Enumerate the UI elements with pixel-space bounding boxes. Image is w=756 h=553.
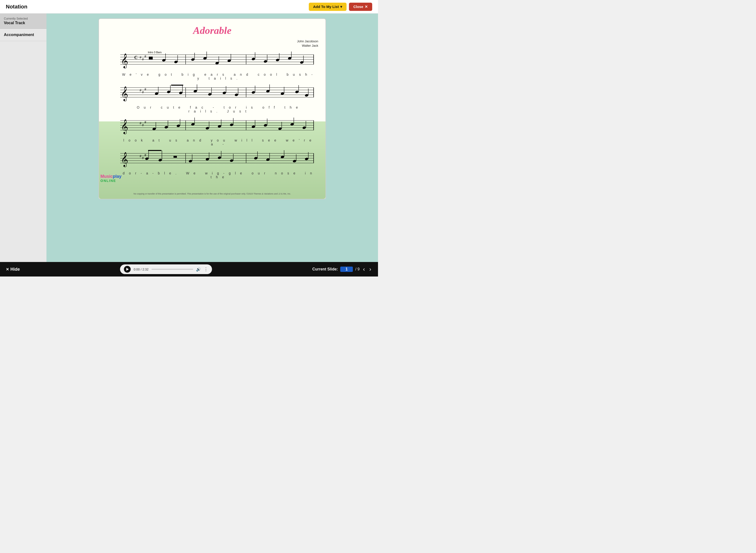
svg-text:#: # [142,90,144,94]
more-options-icon[interactable]: ⋮ [204,266,208,272]
svg-point-100 [251,125,255,129]
svg-text:#: # [140,122,141,125]
svg-point-62 [234,93,238,96]
header-buttons: Add To My List ▾ Close ✕ [309,3,372,11]
svg-text:#: # [140,88,141,92]
svg-point-31 [276,59,280,62]
close-icon: ✕ [365,5,368,9]
svg-point-15 [162,59,166,62]
svg-point-51 [167,90,171,94]
svg-point-120 [145,157,149,160]
svg-text:#: # [140,56,141,59]
svg-point-125 [188,160,193,163]
selected-track: Vocal Track [4,21,43,25]
volume-icon[interactable]: 🔊 [196,267,201,272]
prev-slide-button[interactable]: ‹ [362,266,366,272]
svg-point-90 [176,124,180,128]
svg-point-94 [206,127,209,130]
svg-point-122 [158,159,162,162]
svg-point-64 [251,91,255,94]
app-title: Notation [6,4,27,10]
svg-text:#: # [145,121,146,124]
progress-bar[interactable] [151,269,194,270]
svg-text:#: # [140,154,141,158]
svg-point-102 [263,124,268,127]
time-display: 0:00 / 2:32 [134,267,148,271]
slide-current-input[interactable] [342,267,351,271]
svg-text:#: # [145,88,146,91]
svg-point-92 [191,123,195,126]
svg-text:#: # [145,55,146,58]
svg-rect-124 [173,156,177,158]
play-button[interactable] [124,266,131,272]
svg-point-58 [208,93,212,96]
svg-point-128 [206,158,209,161]
content-area: Adorable John Jacobson Walter Jack 𝄞 [47,13,378,262]
svg-point-27 [251,58,255,61]
svg-point-54 [179,91,183,95]
musicplay-logo: Musicplay ONLINE [100,174,312,183]
svg-point-96 [218,125,221,128]
slide-total: / 9 [355,267,360,271]
close-x-icon: ✕ [6,267,9,272]
svg-text:#: # [142,58,144,61]
staff-2: 𝄞 # # # [106,83,318,113]
main-layout: Currently Selected Vocal Track Accompani… [0,13,378,262]
svg-point-135 [254,157,258,160]
app-header: Notation Add To My List ▾ Close ✕ [0,0,378,13]
svg-text:𝄞: 𝄞 [121,54,128,69]
svg-rect-11 [149,57,153,60]
sheet-music-card: Adorable John Jacobson Walter Jack 𝄞 [98,18,326,199]
svg-point-70 [295,90,299,94]
svg-text:𝄞: 𝄞 [121,119,128,135]
copyright-notice: No copying or transfer of this presentat… [106,192,318,195]
next-slide-button[interactable]: › [368,266,372,272]
svg-text:𝄞: 𝄞 [121,86,128,102]
selected-label: Currently Selected [4,17,43,20]
sheet-composer: John Jacobson Walter Jack [106,39,318,48]
close-button[interactable]: Close ✕ [349,3,372,11]
slide-navigation: Current Slide: / 9 ‹ › [312,266,372,272]
svg-point-98 [230,124,233,127]
sidebar: Currently Selected Vocal Track Accompani… [0,13,47,262]
slide-input-wrap [340,266,353,272]
hide-button[interactable]: ✕ Hide [6,267,20,272]
staff-1: 𝄞 C # # # Intro 3 Bars [106,50,318,80]
svg-point-29 [263,60,268,63]
svg-point-137 [266,158,270,161]
svg-text:#: # [145,153,146,157]
svg-text:Intro 3 Bars: Intro 3 Bars [148,51,162,54]
svg-point-72 [305,94,309,97]
svg-text:𝄞: 𝄞 [121,152,128,167]
svg-point-19 [191,58,195,61]
svg-point-143 [305,157,309,161]
svg-point-104 [278,127,282,131]
sidebar-item-accompaniment[interactable]: Accompaniment [0,29,47,41]
staff-3: 𝄞 # # # [106,115,318,146]
svg-text:#: # [142,124,144,127]
add-to-list-button[interactable]: Add To My List ▾ [309,3,347,11]
lyric-2: Our cute fac - tor is off the rails. Jus… [106,105,318,113]
svg-point-141 [293,160,296,163]
sheet-title: Adorable [106,25,318,36]
lyric-1: We've got big ears and cool bush-y tails… [106,73,318,80]
svg-text:C: C [134,55,138,60]
lyric-3: look at us and you will see we're a - [106,138,318,146]
svg-point-106 [290,123,294,126]
chevron-down-icon: ▾ [340,5,342,9]
audio-player: 0:00 / 2:32 🔊 ⋮ [120,264,212,274]
svg-point-132 [230,159,233,162]
svg-point-35 [300,61,304,64]
svg-point-88 [164,126,168,129]
svg-point-60 [222,91,226,95]
svg-text:#: # [142,156,144,160]
svg-point-17 [174,61,178,64]
svg-point-130 [218,156,221,159]
sidebar-selected-item[interactable]: Currently Selected Vocal Track [0,13,47,29]
app-footer: ✕ Hide 0:00 / 2:32 🔊 ⋮ Current Slide: / … [0,262,378,276]
svg-point-108 [302,126,306,130]
